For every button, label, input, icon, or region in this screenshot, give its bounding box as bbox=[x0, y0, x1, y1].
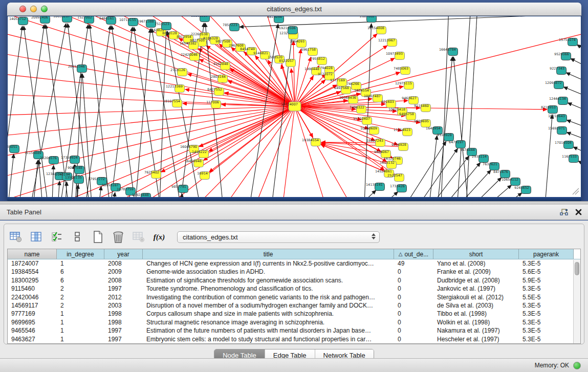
graph-node[interactable]: 9777169 bbox=[330, 78, 346, 86]
graph-node[interactable]: 117006 bbox=[206, 100, 221, 108]
table-row[interactable]: 1456911722003Disruption of a novel membe… bbox=[8, 301, 580, 310]
cell-in-degree[interactable]: 1 bbox=[57, 326, 104, 335]
column-header-short[interactable]: short bbox=[433, 249, 519, 259]
scrollbar-thumb[interactable] bbox=[575, 262, 579, 275]
cell-out-de-[interactable]: 0 bbox=[394, 326, 433, 335]
graph-node[interactable]: 12213967 bbox=[378, 38, 397, 47]
column-header-title[interactable]: title bbox=[143, 249, 394, 259]
graph-node[interactable]: 2522547 bbox=[387, 173, 404, 182]
cell-year[interactable]: 1997 bbox=[104, 326, 143, 335]
cell-out-de-[interactable]: 0 bbox=[394, 335, 433, 343]
row-height-icon[interactable] bbox=[71, 230, 84, 244]
delete-trash-icon[interactable] bbox=[112, 230, 125, 244]
cell-in-degree[interactable]: 2 bbox=[57, 293, 104, 301]
table-vertical-scrollbar[interactable] bbox=[573, 260, 580, 343]
column-header-out-de-[interactable]: △out_de... bbox=[394, 249, 433, 259]
graph-node[interactable]: 8427552 bbox=[207, 87, 224, 96]
cell-pagerank[interactable]: 5.3E-5 bbox=[519, 310, 574, 318]
table-row[interactable]: 946554611997Estimation of the future num… bbox=[8, 326, 580, 335]
cell-name[interactable]: 9699695 bbox=[8, 318, 57, 326]
cell-name[interactable]: 9115460 bbox=[8, 285, 57, 293]
graph-node[interactable]: 2687682 bbox=[360, 16, 376, 23]
cell-year[interactable]: 1998 bbox=[104, 310, 143, 318]
graph-node[interactable]: 20891406 bbox=[31, 16, 50, 24]
cell-title[interactable]: Disruption of a novel member of a sodium… bbox=[143, 301, 394, 310]
graph-node[interactable]: 10973493 bbox=[386, 52, 405, 60]
cell-out-de-[interactable]: 0 bbox=[394, 268, 433, 276]
cell-title[interactable]: Genome-wide association studies in ADHD. bbox=[143, 268, 394, 276]
graph-node[interactable]: 19384554 bbox=[302, 138, 321, 146]
cell-in-degree[interactable]: 2 bbox=[57, 285, 104, 293]
cell-year[interactable]: 2008 bbox=[104, 276, 143, 285]
cell-pagerank[interactable]: 5.3E-5 bbox=[519, 318, 574, 326]
graph-node[interactable]: 18107554 bbox=[163, 99, 182, 107]
cell-name[interactable]: 9465546 bbox=[8, 326, 57, 335]
cell-title[interactable]: Embryonic stem cells: a model to study s… bbox=[143, 335, 394, 343]
cell-year[interactable]: 2009 bbox=[104, 268, 143, 276]
network-window[interactable]: citations_edges.txt 18724007716382288601… bbox=[7, 3, 581, 201]
graph-node[interactable]: 16648784 bbox=[439, 48, 458, 56]
graph-node[interactable]: 12975115 bbox=[395, 81, 414, 90]
graph-node[interactable]: 16409948 bbox=[185, 159, 204, 167]
cell-short[interactable]: Wolkin et al. (1998) bbox=[433, 318, 519, 326]
graph-node[interactable]: 1864093 bbox=[290, 39, 306, 48]
cell-pagerank[interactable]: 5.6E-5 bbox=[519, 268, 574, 276]
cell-title[interactable]: Structural magnetic resonance image aver… bbox=[143, 318, 394, 326]
graph-node[interactable]: 6479197 bbox=[449, 140, 465, 148]
graph-node[interactable]: 10807487 bbox=[364, 94, 383, 102]
graph-node[interactable]: 1615132 bbox=[380, 161, 396, 169]
graph-node[interactable]: 7955812 bbox=[310, 57, 326, 65]
graph-node[interactable]: 14135141 bbox=[366, 183, 385, 191]
graph-node[interactable]: 20206576 bbox=[40, 156, 59, 164]
graph-node[interactable]: 9245652 bbox=[514, 186, 531, 194]
cell-in-degree[interactable]: 6 bbox=[57, 268, 104, 276]
graph-node[interactable]: 16154808 bbox=[367, 26, 386, 34]
cell-name[interactable]: 22420046 bbox=[8, 293, 57, 301]
graph-node[interactable]: 2718126 bbox=[170, 68, 187, 76]
select-columns-icon[interactable] bbox=[50, 230, 63, 244]
cell-title[interactable]: Investigating the contribution of common… bbox=[143, 293, 394, 301]
cell-in-degree[interactable]: 1 bbox=[57, 310, 104, 318]
cell-title[interactable]: Corpus callosum shape and size in male p… bbox=[143, 310, 394, 318]
graph-node[interactable]: 12093872 bbox=[545, 81, 564, 89]
graph-node[interactable]: 10653287 bbox=[53, 16, 72, 23]
graph-node[interactable]: 15751074 bbox=[559, 38, 578, 46]
graph-node[interactable]: 12444134 bbox=[549, 97, 568, 105]
graph-node[interactable]: 1498222 bbox=[192, 150, 208, 158]
graph-node[interactable]: 7632621 bbox=[483, 162, 499, 170]
column-header-pagerank[interactable]: pagerank bbox=[519, 249, 574, 259]
cell-out-de-[interactable]: 0 bbox=[394, 293, 433, 301]
cell-in-degree[interactable]: 1 bbox=[57, 335, 104, 343]
graph-node[interactable]: 16210643 bbox=[548, 114, 567, 122]
graph-node[interactable]: 9115460 bbox=[414, 104, 430, 112]
column-header-in-degree[interactable]: in_degree bbox=[57, 249, 104, 259]
cell-in-degree[interactable]: 1 bbox=[57, 259, 104, 268]
graph-node[interactable]: 7486322 bbox=[350, 105, 366, 114]
graph-node[interactable]: 8215953 bbox=[541, 105, 557, 114]
graph-node[interactable]: 13505135 bbox=[65, 176, 84, 184]
cell-short[interactable]: de Silva et al. (2003) bbox=[433, 301, 519, 310]
graph-node[interactable]: 14055712 bbox=[9, 17, 28, 25]
table-row[interactable]: 977716911998Corpus callosum shape and si… bbox=[8, 310, 580, 318]
close-panel-icon[interactable] bbox=[575, 209, 582, 215]
table-row[interactable]: 1872400712008Changes of HCN gene express… bbox=[8, 259, 580, 268]
graph-node[interactable]: 10719155 bbox=[119, 18, 138, 26]
cell-year[interactable]: 2012 bbox=[104, 293, 143, 301]
float-window-icon[interactable] bbox=[560, 209, 568, 216]
cell-in-degree[interactable]: 1 bbox=[57, 318, 104, 326]
cell-title[interactable]: Tourette syndrome. Phenomenology and cla… bbox=[143, 285, 394, 293]
graph-node[interactable]: 17016504 bbox=[555, 141, 574, 149]
cell-in-degree[interactable]: 2 bbox=[57, 301, 104, 310]
graph-node[interactable]: 1733426 bbox=[390, 184, 406, 192]
cell-title[interactable]: Estimation of the future numbers of pati… bbox=[143, 326, 394, 335]
cell-year[interactable]: 1997 bbox=[104, 285, 143, 293]
graph-node[interactable]: 7625402 bbox=[144, 170, 161, 179]
table-row[interactable]: 911546021997Tourette syndrome. Phenomeno… bbox=[8, 285, 580, 293]
graph-node[interactable]: 835051 bbox=[8, 145, 19, 153]
memory-ok-indicator-icon[interactable] bbox=[573, 362, 581, 369]
cell-year[interactable]: 2003 bbox=[104, 301, 143, 310]
show-columns-icon[interactable] bbox=[30, 230, 43, 244]
cell-out-de-[interactable]: 0 bbox=[394, 276, 433, 285]
cell-title[interactable]: Estimation of significance thresholds fo… bbox=[143, 276, 394, 285]
cell-name[interactable]: 18724007 bbox=[8, 259, 57, 268]
